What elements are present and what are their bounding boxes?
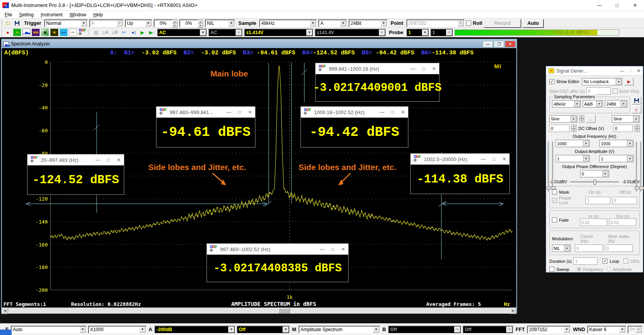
record-length-combo[interactable]: 2097152▼ (406, 19, 465, 27)
spectrum-window-titlebar[interactable]: ▁▅▃ Spectrum Analyzer — ❐ ✕ (2, 40, 516, 48)
fade-out-input[interactable]: 0.01 (609, 219, 636, 226)
popup-titlebar[interactable]: DDP⊕ 1002.5~20000 (Hz) —□✕ (411, 154, 509, 165)
save-icon[interactable] (13, 19, 21, 27)
range-b-display-combo[interactable]: Off▼ (388, 326, 461, 333)
maximize-icon[interactable]: □ (332, 246, 334, 252)
waveform-a-combo[interactable]: Sine▼ (549, 115, 577, 123)
minimize-icon[interactable]: — (411, 66, 415, 71)
mode-combo[interactable]: Amplitude Spectrum▼ (299, 326, 380, 333)
probe-cal-icon[interactable]: ✂ (120, 29, 128, 36)
freq-axis-combo[interactable]: Auto▼ (11, 326, 87, 333)
dds-checkbox[interactable] (623, 259, 628, 264)
minimize-icon[interactable]: — (590, 0, 608, 11)
sampling-rate-combo[interactable]: 48kHz▼ (259, 19, 317, 27)
trigger-edge-combo[interactable]: Up▼ (125, 19, 152, 27)
spectrum-plot-area[interactable]: Main lobe Side lobes and Jitter, etc. Si… (2, 57, 516, 307)
show-editor-checkbox[interactable]: ✓ (549, 79, 554, 84)
amplitude-a-combo[interactable]: 1▼ (555, 155, 590, 162)
frequency-b-combo[interactable]: 1000▼ (599, 140, 634, 147)
amplitude-slider-a1[interactable] (548, 142, 549, 191)
popup-titlebar[interactable]: DDP⊕ 1000.18~1002.52 (Hz) —□✕ (301, 107, 408, 118)
amplitude-b-combo[interactable]: 1▼ (599, 155, 634, 162)
spectrum-3d-icon[interactable]: ▤ (41, 29, 49, 36)
play-icon[interactable]: ▶ (139, 29, 146, 36)
close-icon[interactable]: ✕ (626, 0, 644, 11)
waveform-gen-icon[interactable]: ≋ (50, 29, 58, 36)
oscilloscope-icon[interactable]: ∿ (13, 29, 21, 36)
record-button[interactable]: Record (484, 19, 521, 28)
popup-titlebar[interactable]: DDP⊕ 20~997.483 (Hz) —□✕ (28, 154, 124, 165)
sweep-frequency-radio[interactable] (577, 267, 581, 271)
probe-b-combo[interactable]: 1▼ (430, 29, 453, 36)
maximize-icon[interactable]: ❐ (494, 41, 504, 47)
balance-slider[interactable] (570, 181, 619, 182)
maximize-icon[interactable]: □ (107, 157, 110, 163)
close-icon[interactable]: ✕ (248, 109, 252, 115)
popup-titlebar[interactable]: DDP⊕ 997.483~999.841... —□✕ (156, 107, 255, 118)
sg-bits-combo[interactable]: 24Bit▼ (605, 100, 627, 108)
ddp-popup-high-band[interactable]: DDP⊕ 1002.5~20000 (Hz) —□✕ -114.38 dBFS (410, 153, 510, 194)
minimize-icon[interactable]: — (620, 68, 624, 73)
mod-index-input[interactable]: 0 (605, 245, 633, 252)
window-fn-combo[interactable]: Kaiser 6▼ (587, 326, 626, 333)
save-waveform-button[interactable] (632, 97, 641, 104)
amplitude-slider-b1[interactable] (636, 142, 637, 191)
trigger-source-combo[interactable]: A▼ (89, 19, 123, 27)
popup-titlebar[interactable]: DDP⊕ 997.483~1002.52 (Hz) —□✕ (207, 244, 348, 255)
fft-size-combo[interactable]: 2097152▼ (527, 326, 571, 333)
maximize-icon[interactable]: □ (493, 156, 495, 162)
signal-generator-titlebar[interactable]: ≋ Signal Gener... —□✕ (546, 66, 643, 76)
ddp-popup-low-band[interactable]: DDP⊕ 20~997.483 (Hz) —□✕ -124.52 dBFS (27, 154, 124, 195)
range-a-display-combo[interactable]: -200dB▼ (154, 326, 235, 333)
marker-b-icon[interactable]: ⊥B (111, 29, 118, 36)
modulation-type-combo[interactable]: NIL▼ (552, 245, 571, 252)
maximize-icon[interactable]: □ (238, 109, 241, 115)
close-icon[interactable]: ✕ (432, 66, 436, 71)
fade-in-input[interactable]: 0.01 (580, 219, 607, 226)
horizontal-scrollbar[interactable]: ◄ ► (2, 307, 516, 314)
trigger-hpf-combo[interactable]: NIL▼ (205, 19, 235, 27)
minimize-icon[interactable]: — (227, 109, 231, 115)
dc-offset-b-input[interactable]: 0 (613, 125, 633, 132)
probe-a-combo[interactable]: 1▼ (406, 29, 429, 36)
phase-combo[interactable]: 0▼ (580, 170, 609, 177)
roll-checkbox[interactable] (466, 21, 471, 26)
trigger-level-spinner[interactable]: 0%▲▼ (154, 19, 178, 27)
minimize-icon[interactable]: — (380, 109, 384, 115)
mask-checkbox[interactable] (552, 189, 557, 194)
ddp-popup-left-side[interactable]: DDP⊕ 997.483~999.841... —□✕ -94.61 dBFS (156, 106, 255, 148)
phase-lock-checkbox[interactable]: ✓ (552, 198, 557, 203)
range-a-combo[interactable]: ±1.414V▼ (244, 29, 313, 36)
range-b-combo[interactable]: ±141.4V▼ (315, 29, 386, 36)
frequency-a-combo[interactable]: 1000▼ (555, 140, 590, 147)
offset-b-combo[interactable]: Off▼ (463, 326, 513, 333)
sg-rate-combo[interactable]: 48kHz▼ (552, 100, 581, 108)
menu-setting[interactable]: Setting (16, 11, 36, 18)
play-note-button[interactable]: ♬ (632, 106, 641, 113)
mute-icon[interactable]: ◍ (92, 29, 100, 36)
sweep-checkbox[interactable] (549, 267, 554, 272)
open-icon[interactable]: 🗀 (4, 19, 12, 27)
record-icon[interactable]: ● (4, 29, 12, 36)
play-loop-icon[interactable]: ▶○ (148, 29, 156, 36)
maximize-icon[interactable]: □ (422, 66, 425, 71)
mask-off-input[interactable]: 0 (612, 197, 637, 204)
amplitude-slider-b2[interactable] (640, 142, 641, 191)
sg-channels-combo[interactable]: A&B▼ (583, 100, 603, 108)
slider-thumb[interactable] (594, 180, 596, 185)
marker-a-icon[interactable]: ⊥A (101, 29, 109, 36)
dc-offset-a-input[interactable]: 0 (549, 125, 569, 132)
menu-window[interactable]: Window (66, 11, 89, 18)
close-icon[interactable]: ✕ (637, 68, 641, 73)
close-icon[interactable]: ✕ (505, 41, 516, 47)
echo-only-checkbox[interactable] (613, 89, 618, 94)
dc-b-spinner[interactable]: ▲▼ (635, 125, 640, 132)
minimize-icon[interactable]: — (481, 156, 486, 162)
carrier-input[interactable]: 0 (575, 245, 603, 252)
coupling-b-combo[interactable]: AC▼ (208, 29, 243, 36)
offset-a-combo[interactable]: Off▼ (237, 326, 290, 333)
waveform-b-combo[interactable]: Sine▼ (612, 115, 640, 123)
start-generator-button[interactable]: ▶ (624, 78, 634, 85)
zoom-combo[interactable]: X1000▼ (88, 326, 146, 333)
sampling-bits-combo[interactable]: 24Bit▼ (349, 19, 387, 27)
